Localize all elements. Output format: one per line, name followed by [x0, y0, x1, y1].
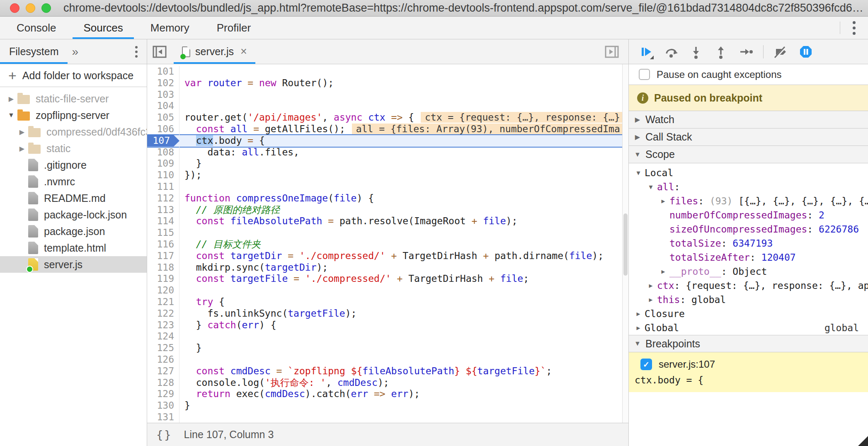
- line-number-gutter[interactable]: 118: [147, 262, 179, 274]
- code-line[interactable]: 110});: [147, 170, 628, 181]
- code-line[interactable]: 105router.get('/api/images', async ctx =…: [147, 112, 628, 124]
- code-line[interactable]: 107 ctx.body = {: [147, 135, 628, 147]
- disclosure-arrow-icon[interactable]: ▶: [632, 310, 645, 318]
- disclosure-arrow-icon[interactable]: ▼: [632, 169, 645, 177]
- code-line[interactable]: 113 // 原图的绝对路径: [147, 204, 628, 216]
- code-line[interactable]: 114 const fileAbsolutePath = path.resolv…: [147, 216, 628, 227]
- close-tab-icon[interactable]: ×: [240, 45, 247, 58]
- scope-row[interactable]: ▶files: (93) [{…}, {…}, {…}, {…}, {…}, {…: [629, 194, 868, 208]
- resume-script-button[interactable]: [639, 44, 654, 59]
- tab-filesystem[interactable]: Filesystem: [0, 39, 68, 64]
- tree-item-static[interactable]: ▶static: [0, 140, 147, 157]
- step-out-button[interactable]: [713, 44, 728, 59]
- code-line[interactable]: 116 // 目标文件夹: [147, 239, 628, 250]
- address-url[interactable]: chrome-devtools://devtools/bundled/js_ap…: [63, 2, 863, 15]
- code-line[interactable]: 118 mkdirp.sync(targetDir);: [147, 262, 628, 274]
- line-number-gutter[interactable]: 120: [147, 285, 179, 296]
- step-over-button[interactable]: [664, 44, 679, 59]
- scope-row[interactable]: numberOfCompressedImages: 2: [629, 208, 868, 222]
- tree-item-compressed-0df436fc3[interactable]: ▶compressed/0df436fc3: [0, 124, 147, 140]
- scope-row[interactable]: totalSizeAfter: 120407: [629, 250, 868, 264]
- code-line[interactable]: 121 try {: [147, 296, 628, 308]
- editor-scrollbar[interactable]: [622, 64, 628, 423]
- disclosure-arrow-icon[interactable]: ▶: [17, 145, 27, 153]
- code-line[interactable]: 115: [147, 227, 628, 239]
- line-number-gutter[interactable]: 116: [147, 239, 179, 250]
- hide-navigator-toggle[interactable]: [147, 39, 172, 64]
- tree-item--gitignore[interactable]: .gitignore: [0, 157, 147, 173]
- disclosure-arrow-icon[interactable]: ▶: [17, 128, 27, 136]
- disclosure-arrow-icon[interactable]: ▼: [645, 183, 657, 191]
- line-number-gutter[interactable]: 110: [147, 170, 179, 181]
- code-line[interactable]: 101: [147, 66, 628, 78]
- code-line[interactable]: 125 }: [147, 342, 628, 354]
- code-line[interactable]: 122 fs.unlinkSync(targetFile);: [147, 308, 628, 320]
- line-number-gutter[interactable]: 121: [147, 296, 179, 308]
- tree-item-static-file-server[interactable]: ▶static-file-server: [0, 90, 147, 107]
- line-number-gutter[interactable]: 108: [147, 147, 179, 158]
- code-line[interactable]: 124: [147, 331, 628, 342]
- code-line[interactable]: 112function compressOneImage(file) {: [147, 193, 628, 204]
- pause-on-caught-checkbox[interactable]: [639, 69, 650, 80]
- code-line[interactable]: 120: [147, 285, 628, 296]
- breakpoint-entry[interactable]: ✓ server.js:107 ctx.body = {: [629, 352, 868, 392]
- scope-row[interactable]: ▶__proto__: Object: [629, 264, 868, 279]
- line-number-gutter[interactable]: 126: [147, 354, 179, 366]
- disclosure-arrow-icon[interactable]: ▼: [7, 112, 16, 119]
- disclosure-arrow-icon[interactable]: ▶: [645, 296, 657, 303]
- tree-item-package-json[interactable]: package.json: [0, 223, 147, 240]
- tree-item-readme-md[interactable]: README.md: [0, 190, 147, 206]
- line-number-gutter[interactable]: 127: [147, 366, 179, 377]
- section-call-stack[interactable]: ▶ Call Stack: [629, 128, 868, 146]
- scope-row[interactable]: ▶Closure: [629, 307, 868, 321]
- disclosure-arrow-icon[interactable]: ▶: [7, 95, 16, 103]
- line-number-gutter[interactable]: 129: [147, 388, 179, 400]
- source-code-editor[interactable]: 101102var router = new Router();10310410…: [147, 64, 628, 423]
- tab-profiler[interactable]: Profiler: [206, 17, 262, 39]
- scope-row[interactable]: ▶this: global: [629, 293, 868, 307]
- tab-console[interactable]: Console: [6, 17, 67, 39]
- scope-row[interactable]: sizeOfUncompressedImages: 6226786: [629, 222, 868, 236]
- line-number-gutter[interactable]: 131: [147, 412, 179, 423]
- disclosure-arrow-icon[interactable]: ▶: [657, 268, 669, 275]
- line-number-gutter[interactable]: 102: [147, 78, 179, 89]
- code-line[interactable]: 126: [147, 354, 628, 366]
- code-line[interactable]: 119 const targetFile = './compressed/' +…: [147, 273, 628, 285]
- navigator-kebab-icon[interactable]: [135, 46, 138, 58]
- show-debugger-toggle[interactable]: [599, 45, 624, 59]
- breakpoint-enabled-checkbox[interactable]: ✓: [640, 359, 652, 370]
- line-number-gutter[interactable]: 128: [147, 377, 179, 389]
- line-number-gutter[interactable]: 103: [147, 89, 179, 101]
- section-breakpoints[interactable]: ▼ Breakpoints: [629, 335, 868, 352]
- code-line[interactable]: 109 }: [147, 158, 628, 170]
- code-line[interactable]: 123 } catch(err) {: [147, 320, 628, 331]
- code-line[interactable]: 104: [147, 100, 628, 112]
- code-line[interactable]: 130}: [147, 400, 628, 412]
- line-number-gutter[interactable]: 125: [147, 342, 179, 354]
- disclosure-arrow-icon[interactable]: ▶: [657, 197, 669, 205]
- scope-row[interactable]: ▼all:: [629, 180, 868, 194]
- pause-on-exceptions-button[interactable]: [798, 44, 813, 59]
- line-number-gutter[interactable]: 122: [147, 308, 179, 320]
- more-tabs-chevron-icon[interactable]: »: [68, 39, 82, 64]
- line-number-gutter[interactable]: 101: [147, 66, 179, 78]
- line-number-gutter[interactable]: 124: [147, 331, 179, 342]
- code-line[interactable]: 103: [147, 89, 628, 101]
- section-scope[interactable]: ▼ Scope: [629, 146, 868, 163]
- deactivate-breakpoints-button[interactable]: [773, 44, 788, 59]
- line-number-gutter[interactable]: 123: [147, 320, 179, 331]
- tree-item-package-lock-json[interactable]: package-lock.json: [0, 206, 147, 223]
- minimize-window-button[interactable]: [26, 3, 35, 13]
- pause-on-caught-exceptions-row[interactable]: Pause on caught exceptions: [629, 64, 868, 85]
- line-number-gutter[interactable]: 130: [147, 400, 179, 412]
- editor-tab-serverjs[interactable]: server.js ×: [174, 39, 255, 64]
- scope-row[interactable]: ▶ctx: {request: {…}, response: {…}, ap: [629, 279, 868, 293]
- close-window-button[interactable]: [10, 3, 19, 13]
- code-line[interactable]: 131: [147, 412, 628, 423]
- step-into-button[interactable]: [689, 44, 703, 59]
- code-line[interactable]: 127 const cmdDesc = `zopflipng ${fileAbs…: [147, 366, 628, 377]
- line-number-gutter[interactable]: 111: [147, 181, 179, 193]
- tab-sources[interactable]: Sources: [73, 17, 133, 39]
- step-button[interactable]: [738, 44, 753, 59]
- main-menu-kebab-icon[interactable]: [853, 21, 856, 35]
